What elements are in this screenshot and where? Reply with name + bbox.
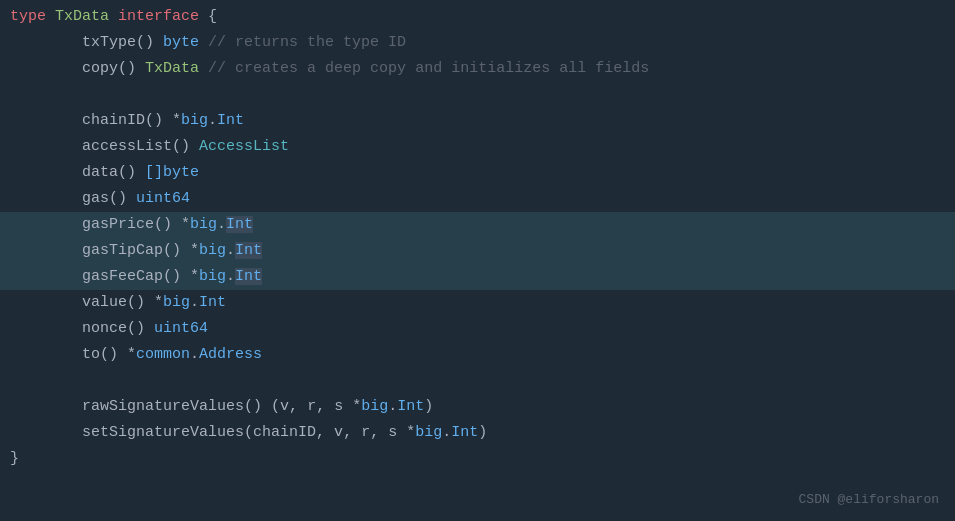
pkg-big-7: big: [415, 424, 442, 441]
ptr-star: *: [172, 112, 181, 129]
code-editor: type TxData interface { txType() byte //…: [0, 0, 955, 521]
close-brace: }: [10, 450, 19, 467]
type-accesslist: AccessList: [199, 138, 289, 155]
comment-2: // creates a deep copy and initializes a…: [208, 60, 649, 77]
code-line-6: accessList() AccessList: [0, 134, 955, 160]
pkg-common: common: [136, 346, 190, 363]
type-int-3: Int: [397, 398, 424, 415]
code-line-10: gasTipCap() *big.Int: [0, 238, 955, 264]
pkg-big-4: big: [199, 268, 226, 285]
method-rawsig: rawSignatureValues: [82, 398, 244, 415]
param-s: s: [334, 398, 343, 415]
type-int-selected-2: Int: [235, 242, 262, 259]
comment-1: // returns the type ID: [208, 34, 406, 51]
method-gas: gas: [82, 190, 109, 207]
type-int: Int: [217, 112, 244, 129]
code-line-18: }: [0, 446, 955, 472]
pkg-big-6: big: [361, 398, 388, 415]
param-r2: r: [361, 424, 370, 441]
code-line-14: to() *common.Address: [0, 342, 955, 368]
param-v: v: [280, 398, 289, 415]
open-brace: {: [208, 8, 217, 25]
keyword-type: type: [10, 8, 46, 25]
code-line-17: setSignatureValues(chainID, v, r, s *big…: [0, 420, 955, 446]
method-setsig: setSignatureValues: [82, 424, 244, 441]
code-line-3: copy() TxData // creates a deep copy and…: [0, 56, 955, 82]
param-chainid: chainID: [253, 424, 316, 441]
method-txtype: txType: [82, 34, 136, 51]
code-line-11: gasFeeCap() *big.Int: [0, 264, 955, 290]
pkg-big-3: big: [199, 242, 226, 259]
method-chainid: chainID: [82, 112, 145, 129]
code-line-7: data() []byte: [0, 160, 955, 186]
type-byte: byte: [163, 34, 199, 51]
return-txdata: TxData: [145, 60, 199, 77]
method-data: data: [82, 164, 118, 181]
type-address: Address: [199, 346, 262, 363]
code-line-4: [0, 82, 955, 108]
param-v2: v: [334, 424, 343, 441]
type-uint64: uint64: [136, 190, 190, 207]
code-line-2: txType() byte // returns the type ID: [0, 30, 955, 56]
type-uint64-2: uint64: [154, 320, 208, 337]
param-s2: s: [388, 424, 397, 441]
method-value: value: [82, 294, 127, 311]
method-to: to: [82, 346, 100, 363]
type-slice-byte: []byte: [145, 164, 199, 181]
watermark: CSDN @eliforsharon: [799, 490, 939, 511]
pkg-big-2: big: [190, 216, 217, 233]
type-int-selected-3: Int: [235, 268, 262, 285]
code-line-15: [0, 368, 955, 394]
pkg-big: big: [181, 112, 208, 129]
code-line-16: rawSignatureValues() (v, r, s *big.Int): [0, 394, 955, 420]
type-int-selected: Int: [226, 216, 253, 233]
code-line-1: type TxData interface {: [0, 4, 955, 30]
type-name: TxData: [55, 8, 109, 25]
pkg-big-5: big: [163, 294, 190, 311]
method-gastipcap: gasTipCap: [82, 242, 163, 259]
keyword-interface: interface: [118, 8, 199, 25]
code-line-8: gas() uint64: [0, 186, 955, 212]
method-nonce: nonce: [82, 320, 127, 337]
method-copy: copy: [82, 60, 118, 77]
code-line-9: gasPrice() *big.Int: [0, 212, 955, 238]
type-int-4: Int: [451, 424, 478, 441]
method-gasprice: gasPrice: [82, 216, 154, 233]
type-int-2: Int: [199, 294, 226, 311]
param-r: r: [307, 398, 316, 415]
code-line-5: chainID() *big.Int: [0, 108, 955, 134]
method-accesslist: accessList: [82, 138, 172, 155]
method-gasfeecap: gasFeeCap: [82, 268, 163, 285]
code-line-13: nonce() uint64: [0, 316, 955, 342]
code-line-12: value() *big.Int: [0, 290, 955, 316]
